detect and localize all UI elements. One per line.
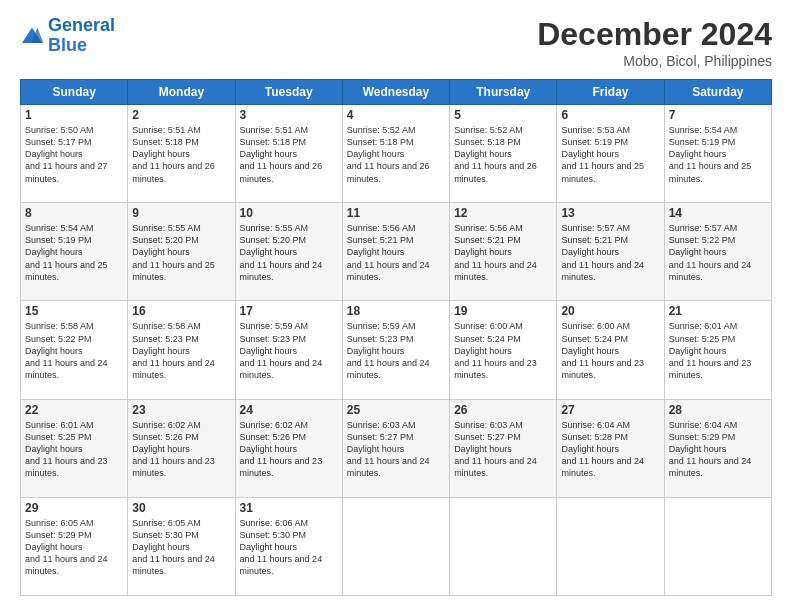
day-number: 12: [454, 206, 552, 220]
calendar-cell: 15 Sunrise: 5:58 AMSunset: 5:22 PMDaylig…: [21, 301, 128, 399]
day-number: 16: [132, 304, 230, 318]
day-number: 11: [347, 206, 445, 220]
subtitle: Mobo, Bicol, Philippines: [537, 53, 772, 69]
cell-info: Sunrise: 6:01 AMSunset: 5:25 PMDaylight …: [25, 419, 123, 480]
cell-info: Sunrise: 5:51 AMSunset: 5:18 PMDaylight …: [240, 124, 338, 185]
day-number: 2: [132, 108, 230, 122]
cell-info: Sunrise: 5:51 AMSunset: 5:18 PMDaylight …: [132, 124, 230, 185]
cell-info: Sunrise: 6:03 AMSunset: 5:27 PMDaylight …: [454, 419, 552, 480]
cell-info: Sunrise: 5:59 AMSunset: 5:23 PMDaylight …: [240, 320, 338, 381]
calendar-cell: 22 Sunrise: 6:01 AMSunset: 5:25 PMDaylig…: [21, 399, 128, 497]
day-number: 17: [240, 304, 338, 318]
col-tuesday: Tuesday: [235, 80, 342, 105]
week-row-1: 1 Sunrise: 5:50 AMSunset: 5:17 PMDayligh…: [21, 105, 772, 203]
header: General Blue December 2024 Mobo, Bicol, …: [20, 16, 772, 69]
day-number: 5: [454, 108, 552, 122]
day-number: 18: [347, 304, 445, 318]
col-thursday: Thursday: [450, 80, 557, 105]
calendar-cell: 21 Sunrise: 6:01 AMSunset: 5:25 PMDaylig…: [664, 301, 771, 399]
day-number: 10: [240, 206, 338, 220]
cell-info: Sunrise: 5:53 AMSunset: 5:19 PMDaylight …: [561, 124, 659, 185]
calendar-cell: 7 Sunrise: 5:54 AMSunset: 5:19 PMDayligh…: [664, 105, 771, 203]
cell-info: Sunrise: 6:00 AMSunset: 5:24 PMDaylight …: [454, 320, 552, 381]
day-number: 25: [347, 403, 445, 417]
cell-info: Sunrise: 6:05 AMSunset: 5:29 PMDaylight …: [25, 517, 123, 578]
main-title: December 2024: [537, 16, 772, 53]
week-row-4: 22 Sunrise: 6:01 AMSunset: 5:25 PMDaylig…: [21, 399, 772, 497]
calendar-cell: 27 Sunrise: 6:04 AMSunset: 5:28 PMDaylig…: [557, 399, 664, 497]
cell-info: Sunrise: 5:50 AMSunset: 5:17 PMDaylight …: [25, 124, 123, 185]
day-number: 14: [669, 206, 767, 220]
calendar-table: Sunday Monday Tuesday Wednesday Thursday…: [20, 79, 772, 596]
day-number: 28: [669, 403, 767, 417]
col-wednesday: Wednesday: [342, 80, 449, 105]
day-number: 8: [25, 206, 123, 220]
cell-info: Sunrise: 6:02 AMSunset: 5:26 PMDaylight …: [240, 419, 338, 480]
day-number: 21: [669, 304, 767, 318]
day-number: 19: [454, 304, 552, 318]
day-number: 20: [561, 304, 659, 318]
col-friday: Friday: [557, 80, 664, 105]
cell-info: Sunrise: 5:52 AMSunset: 5:18 PMDaylight …: [347, 124, 445, 185]
day-number: 26: [454, 403, 552, 417]
calendar-cell: 3 Sunrise: 5:51 AMSunset: 5:18 PMDayligh…: [235, 105, 342, 203]
cell-info: Sunrise: 6:06 AMSunset: 5:30 PMDaylight …: [240, 517, 338, 578]
cell-info: Sunrise: 5:58 AMSunset: 5:22 PMDaylight …: [25, 320, 123, 381]
calendar-cell: [664, 497, 771, 595]
cell-info: Sunrise: 5:54 AMSunset: 5:19 PMDaylight …: [25, 222, 123, 283]
day-number: 27: [561, 403, 659, 417]
calendar-cell: 17 Sunrise: 5:59 AMSunset: 5:23 PMDaylig…: [235, 301, 342, 399]
day-number: 7: [669, 108, 767, 122]
cell-info: Sunrise: 5:54 AMSunset: 5:19 PMDaylight …: [669, 124, 767, 185]
calendar-cell: 14 Sunrise: 5:57 AMSunset: 5:22 PMDaylig…: [664, 203, 771, 301]
logo-line1: General: [48, 15, 115, 35]
day-number: 15: [25, 304, 123, 318]
calendar-cell: 12 Sunrise: 5:56 AMSunset: 5:21 PMDaylig…: [450, 203, 557, 301]
calendar-cell: 1 Sunrise: 5:50 AMSunset: 5:17 PMDayligh…: [21, 105, 128, 203]
logo: General Blue: [20, 16, 115, 56]
week-row-5: 29 Sunrise: 6:05 AMSunset: 5:29 PMDaylig…: [21, 497, 772, 595]
calendar-cell: [557, 497, 664, 595]
calendar-cell: 20 Sunrise: 6:00 AMSunset: 5:24 PMDaylig…: [557, 301, 664, 399]
day-number: 31: [240, 501, 338, 515]
cell-info: Sunrise: 5:56 AMSunset: 5:21 PMDaylight …: [454, 222, 552, 283]
calendar-cell: 6 Sunrise: 5:53 AMSunset: 5:19 PMDayligh…: [557, 105, 664, 203]
week-row-2: 8 Sunrise: 5:54 AMSunset: 5:19 PMDayligh…: [21, 203, 772, 301]
day-number: 24: [240, 403, 338, 417]
cell-info: Sunrise: 6:02 AMSunset: 5:26 PMDaylight …: [132, 419, 230, 480]
calendar-cell: 19 Sunrise: 6:00 AMSunset: 5:24 PMDaylig…: [450, 301, 557, 399]
cell-info: Sunrise: 5:55 AMSunset: 5:20 PMDaylight …: [240, 222, 338, 283]
calendar-cell: 11 Sunrise: 5:56 AMSunset: 5:21 PMDaylig…: [342, 203, 449, 301]
calendar-cell: 18 Sunrise: 5:59 AMSunset: 5:23 PMDaylig…: [342, 301, 449, 399]
cell-info: Sunrise: 6:04 AMSunset: 5:29 PMDaylight …: [669, 419, 767, 480]
day-number: 29: [25, 501, 123, 515]
cell-info: Sunrise: 5:58 AMSunset: 5:23 PMDaylight …: [132, 320, 230, 381]
cell-info: Sunrise: 6:00 AMSunset: 5:24 PMDaylight …: [561, 320, 659, 381]
logo-line2: Blue: [48, 35, 87, 55]
col-monday: Monday: [128, 80, 235, 105]
day-number: 6: [561, 108, 659, 122]
logo-text: General Blue: [48, 16, 115, 56]
day-number: 1: [25, 108, 123, 122]
cell-info: Sunrise: 5:59 AMSunset: 5:23 PMDaylight …: [347, 320, 445, 381]
cell-info: Sunrise: 5:52 AMSunset: 5:18 PMDaylight …: [454, 124, 552, 185]
col-saturday: Saturday: [664, 80, 771, 105]
calendar-cell: 2 Sunrise: 5:51 AMSunset: 5:18 PMDayligh…: [128, 105, 235, 203]
calendar-cell: 23 Sunrise: 6:02 AMSunset: 5:26 PMDaylig…: [128, 399, 235, 497]
day-number: 9: [132, 206, 230, 220]
week-row-3: 15 Sunrise: 5:58 AMSunset: 5:22 PMDaylig…: [21, 301, 772, 399]
calendar-cell: 8 Sunrise: 5:54 AMSunset: 5:19 PMDayligh…: [21, 203, 128, 301]
day-number: 23: [132, 403, 230, 417]
calendar-cell: 31 Sunrise: 6:06 AMSunset: 5:30 PMDaylig…: [235, 497, 342, 595]
calendar-cell: 25 Sunrise: 6:03 AMSunset: 5:27 PMDaylig…: [342, 399, 449, 497]
day-number: 13: [561, 206, 659, 220]
calendar-header-row: Sunday Monday Tuesday Wednesday Thursday…: [21, 80, 772, 105]
calendar-cell: [450, 497, 557, 595]
cell-info: Sunrise: 6:01 AMSunset: 5:25 PMDaylight …: [669, 320, 767, 381]
day-number: 30: [132, 501, 230, 515]
day-number: 3: [240, 108, 338, 122]
calendar-cell: 24 Sunrise: 6:02 AMSunset: 5:26 PMDaylig…: [235, 399, 342, 497]
cell-info: Sunrise: 6:04 AMSunset: 5:28 PMDaylight …: [561, 419, 659, 480]
cell-info: Sunrise: 5:57 AMSunset: 5:22 PMDaylight …: [669, 222, 767, 283]
col-sunday: Sunday: [21, 80, 128, 105]
